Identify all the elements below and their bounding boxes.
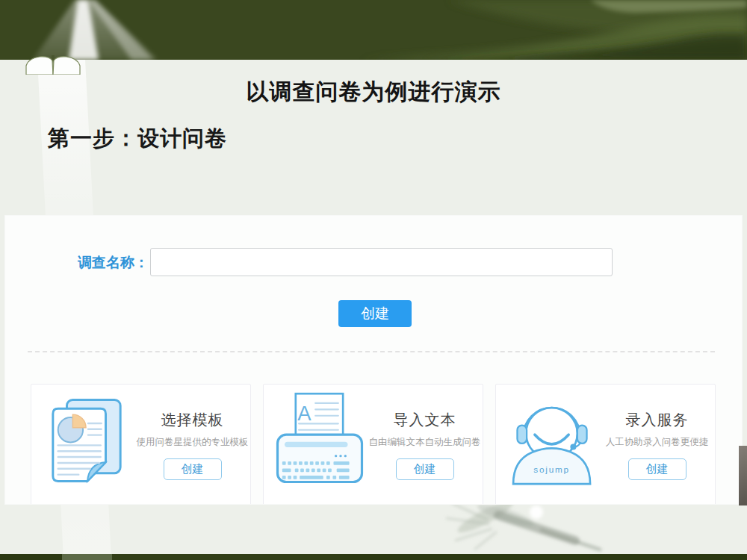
card-entry-service: sojump 录入服务 人工协助录入问卷更便捷 创建 (495, 384, 716, 505)
card-subtitle: 使用问卷星提供的专业模板 (136, 436, 249, 449)
template-documents-icon (46, 393, 127, 486)
presentation-slide: 以调查问卷为例进行演示 第一步：设计问卷 调查名称： 创建 选择模板 (0, 0, 747, 560)
photo-edge-fragment (739, 446, 747, 505)
survey-name-label: 调查名称： (69, 253, 149, 273)
bottom-bar-light-segment (62, 554, 112, 560)
card-title: 导入文本 (368, 410, 481, 430)
card-subtitle: 人工协助录入问卷更便捷 (601, 436, 713, 449)
card-import-text: A (263, 384, 483, 505)
card-subtitle: 自由编辑文本自动生成问卷 (368, 436, 481, 449)
create-from-template-button[interactable]: 创建 (164, 458, 222, 480)
survey-create-panel: 调查名称： 创建 选择模板 使用问卷星提供的专业模板 创建 (4, 215, 743, 505)
create-survey-button[interactable]: 创建 (338, 300, 412, 327)
create-from-text-button[interactable]: 创建 (396, 458, 454, 480)
bottom-bar-mid-segment (112, 554, 340, 560)
slide-title: 以调查问卷为例进行演示 (0, 77, 747, 108)
slide-bottom-bar (0, 554, 747, 560)
dragonfly-decoration (422, 497, 616, 554)
support-agent-headset-icon: sojump (506, 391, 598, 489)
sojump-badge: sojump (533, 464, 570, 474)
open-book-decoration (25, 55, 81, 75)
icon-letter: A (297, 402, 311, 425)
typewriter-icon: A (274, 391, 365, 489)
step-heading: 第一步：设计问卷 (48, 124, 227, 154)
banner-swoosh-graphic (0, 0, 747, 60)
dashed-divider (28, 351, 715, 352)
card-title: 录入服务 (601, 410, 713, 430)
card-choose-template: 选择模板 使用问卷星提供的专业模板 创建 (31, 384, 251, 505)
card-title: 选择模板 (136, 410, 249, 430)
survey-name-input[interactable] (150, 248, 613, 276)
slide-top-banner (0, 0, 747, 60)
create-entry-service-button[interactable]: 创建 (628, 458, 686, 480)
